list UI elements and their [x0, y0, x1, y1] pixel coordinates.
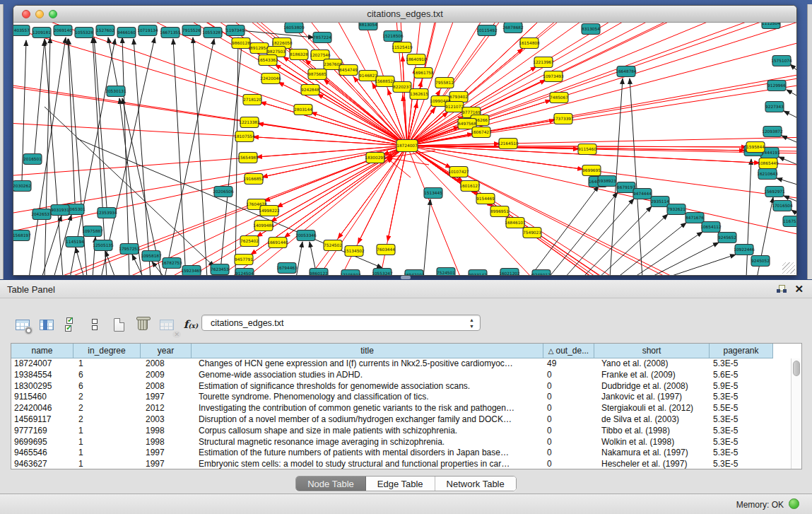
- column-header-pagerank[interactable]: pagerank: [710, 344, 773, 358]
- cell[interactable]: Tibbo et al. (1998): [594, 426, 710, 437]
- cell[interactable]: Disruption of a novel member of a sodium…: [192, 414, 543, 426]
- column-header-name[interactable]: name: [11, 344, 73, 358]
- graph-node[interactable]: 9115460: [578, 144, 596, 155]
- cell[interactable]: Embryonic stem cells: a model to study s…: [192, 459, 543, 469]
- graph-node[interactable]: 1595844: [746, 142, 765, 153]
- graph-node[interactable]: 10958187: [141, 251, 162, 262]
- cell[interactable]: 1997: [141, 448, 192, 459]
- graph-node[interactable]: 8996951: [490, 206, 509, 217]
- graph-node[interactable]: 18107554: [234, 132, 255, 142]
- graph-node[interactable]: 10973493: [543, 71, 564, 82]
- cell[interactable]: 0: [543, 448, 594, 459]
- graph-node[interactable]: 2069140: [54, 25, 72, 36]
- graph-node[interactable]: 10922446: [734, 245, 755, 255]
- cell[interactable]: Estimation of the future numbers of pati…: [192, 448, 543, 459]
- table-row[interactable]: 969969511998Structural magnetic resonanc…: [11, 437, 790, 448]
- function-builder-icon[interactable]: f(x): [179, 315, 203, 334]
- graph-node[interactable]: 9860122: [310, 269, 328, 276]
- cell[interactable]: 2: [73, 414, 141, 426]
- column-header-title[interactable]: title: [192, 344, 543, 358]
- cell[interactable]: 14569117: [11, 414, 73, 426]
- vertical-scrollbar[interactable]: [791, 358, 801, 469]
- graph-node[interactable]: 16846101: [505, 218, 526, 228]
- cell[interactable]: Investigating the contribution of common…: [192, 403, 543, 414]
- graph-node[interactable]: 11525419: [392, 42, 413, 53]
- graph-node[interactable]: 1362615: [410, 89, 428, 100]
- cell[interactable]: 1: [73, 437, 141, 448]
- graph-node[interactable]: 16067427: [471, 127, 492, 138]
- cell[interactable]: Nakamura et al. (1997): [594, 448, 710, 459]
- graph-node[interactable]: 16782753: [161, 258, 182, 269]
- graph-node[interactable]: 1197349: [226, 25, 245, 36]
- graph-node[interactable]: 16671355: [160, 28, 181, 38]
- graph-node[interactable]: 2718120: [243, 95, 261, 105]
- graph-node[interactable]: 14998222: [259, 206, 280, 216]
- cell[interactable]: Franke et al. (2009): [594, 370, 710, 381]
- graph-node[interactable]: 9242848: [301, 85, 319, 95]
- window-titlebar[interactable]: citations_edges.txt: [13, 6, 796, 23]
- table-row[interactable]: 946362711997Embryonic stem cells: a mode…: [11, 459, 790, 469]
- cell[interactable]: 2008: [141, 358, 192, 370]
- graph-node[interactable]: 12105503: [340, 270, 361, 276]
- graph-node[interactable]: 12213382: [239, 117, 260, 128]
- graph-node[interactable]: 2030262: [13, 181, 31, 192]
- graph-node[interactable]: 9227343: [765, 102, 784, 112]
- delete-rows-icon[interactable]: [131, 315, 155, 334]
- graph-node[interactable]: 16942103: [404, 270, 425, 276]
- graph-node[interactable]: 9860128: [232, 38, 250, 49]
- select-all-checkboxes-icon[interactable]: [59, 315, 83, 334]
- table-row[interactable]: 1456911722003Disruption of a novel membe…: [11, 414, 790, 426]
- cell[interactable]: Yano et al. (2008): [594, 358, 710, 370]
- cell[interactable]: 2: [73, 392, 141, 403]
- graph-node[interactable]: 10719134: [137, 25, 158, 36]
- graph-node[interactable]: 9129966: [767, 81, 786, 91]
- graph-node[interactable]: 17373397: [553, 114, 574, 124]
- graph-node[interactable]: 16021202: [499, 269, 520, 276]
- cell[interactable]: 0: [543, 426, 594, 437]
- graph-node[interactable]: 15751074: [771, 56, 792, 66]
- cell[interactable]: 9463627: [11, 459, 73, 469]
- cell[interactable]: 9777169: [11, 426, 73, 437]
- column-header-out_de[interactable]: △out_de...: [543, 344, 594, 358]
- graph-node[interactable]: 15923465: [181, 266, 202, 276]
- cell[interactable]: 1: [73, 358, 141, 370]
- graph-node[interactable]: 12093872: [762, 127, 783, 137]
- graph-node[interactable]: 10975887: [82, 226, 103, 237]
- cell[interactable]: 5.6E-5: [710, 370, 773, 381]
- graph-node[interactable]: 9933142: [469, 270, 487, 276]
- cell[interactable]: 5.3E-5: [710, 358, 773, 370]
- cell[interactable]: 0: [543, 459, 594, 469]
- graph-node[interactable]: 1145194: [66, 237, 84, 247]
- table-row[interactable]: 2242004622012Investigating the contribut…: [11, 403, 790, 414]
- cell[interactable]: 1997: [141, 392, 192, 403]
- cell[interactable]: 5.3E-5: [710, 414, 773, 426]
- network-canvas[interactable]: 2403557120918120691401055328152760294661…: [13, 23, 796, 275]
- graph-node[interactable]: 9245652: [718, 233, 736, 243]
- tab-edge-table[interactable]: Edge Table: [366, 477, 435, 491]
- cell[interactable]: Hescheler et al. (1997): [594, 459, 710, 469]
- cell[interactable]: de Silva et al. (2003): [594, 414, 710, 426]
- graph-node[interactable]: 11568197: [13, 230, 31, 241]
- cell[interactable]: 1: [73, 448, 141, 459]
- cell[interactable]: 0: [543, 370, 594, 381]
- graph-node[interactable]: 18300295: [365, 153, 386, 163]
- cell[interactable]: 6: [73, 381, 141, 392]
- graph-node[interactable]: 12505135: [93, 240, 114, 251]
- graph-node[interactable]: 20206506: [213, 187, 234, 197]
- select-columns-icon[interactable]: [35, 315, 59, 334]
- graph-node[interactable]: 9124504: [235, 269, 254, 276]
- cell[interactable]: 5.3E-5: [710, 437, 773, 448]
- cell[interactable]: 2003: [141, 414, 192, 426]
- graph-node[interactable]: 15218506: [382, 31, 404, 42]
- graph-node[interactable]: 18724007: [396, 140, 418, 152]
- cell[interactable]: 5.9E-5: [710, 381, 773, 392]
- graph-node[interactable]: 7485067: [550, 93, 568, 103]
- graph-node[interactable]: 12164510: [498, 139, 519, 149]
- cell[interactable]: 9465546: [11, 448, 73, 459]
- graph-node[interactable]: 16794463: [276, 263, 298, 274]
- graph-node[interactable]: 10553287: [202, 28, 223, 38]
- graph-node[interactable]: 7623453: [211, 264, 229, 275]
- cell[interactable]: 1998: [141, 437, 192, 448]
- close-panel-icon[interactable]: ✕: [794, 283, 804, 296]
- graph-node[interactable]: 16648784: [616, 66, 637, 77]
